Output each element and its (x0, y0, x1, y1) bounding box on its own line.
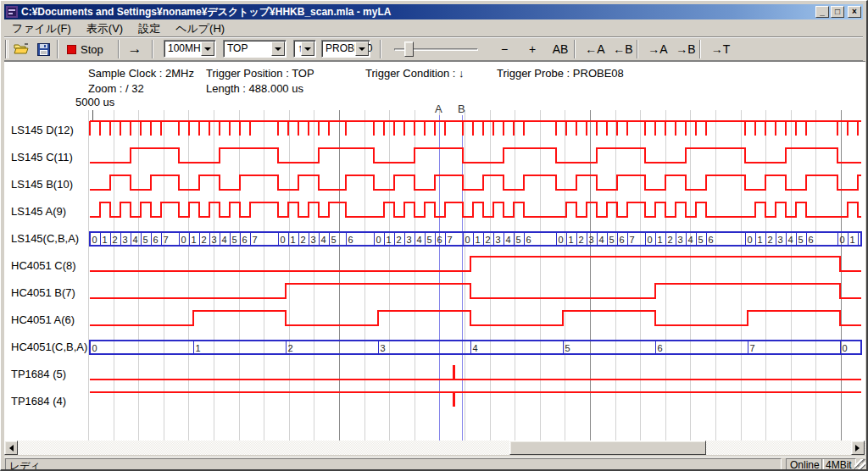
svg-text:3: 3 (496, 235, 501, 245)
trigger-position-combo[interactable]: TOP (223, 40, 287, 58)
signal-label-8[interactable]: HC4051(C,B,A) (11, 341, 92, 353)
svg-text:7: 7 (630, 235, 635, 245)
menu-item-0[interactable]: ファイル(F) (4, 19, 79, 38)
svg-text:0: 0 (465, 235, 470, 245)
app-icon (6, 6, 18, 18)
scroll-right-button[interactable] (851, 441, 865, 455)
svg-text:3: 3 (381, 343, 386, 353)
horizontal-scrollbar[interactable] (4, 441, 865, 455)
signal-label-7[interactable]: HC4051 A(6) (11, 313, 92, 326)
scrollbar-thumb[interactable] (509, 441, 706, 455)
waveform-client-area: Sample Clock : 2MHz Zoom : / 32 Trigger … (4, 61, 865, 441)
chevron-down-icon[interactable] (355, 42, 369, 56)
svg-text:0: 0 (648, 235, 653, 245)
toolbar-separator (57, 40, 58, 58)
svg-text:4: 4 (599, 235, 604, 245)
svg-text:5: 5 (427, 235, 432, 245)
svg-text:5: 5 (143, 235, 148, 245)
svg-text:2: 2 (202, 235, 207, 245)
trigger-probe-combo[interactable]: PROBE00 (321, 40, 370, 58)
signal-label-0[interactable]: LS145 D(12) (11, 124, 92, 136)
right-arrow-icon: → (128, 41, 142, 58)
svg-text:6: 6 (809, 235, 814, 245)
menu-item-2[interactable]: 設定 (131, 19, 168, 38)
zoom-slider[interactable] (387, 40, 482, 58)
scroll-left-button[interactable] (4, 441, 18, 455)
tool-button-leftB[interactable]: ←B (610, 40, 636, 58)
svg-text:2: 2 (288, 343, 293, 353)
svg-text:1: 1 (658, 235, 663, 245)
signal-label-5[interactable]: HC4051 C(8) (11, 259, 92, 272)
maximize-button[interactable]: □ (831, 6, 844, 18)
status-ready: レディ (5, 458, 782, 471)
toolbar-grip[interactable] (6, 40, 10, 58)
tool-button-−[interactable]: − (492, 40, 517, 58)
signal-label-9[interactable]: TP1684 (5) (11, 368, 92, 380)
title-bar[interactable]: C:¥Documents and Settings¥noname¥デスクトップ¥… (4, 4, 863, 19)
slider-thumb[interactable] (404, 42, 414, 57)
marker-letter-A: A (435, 103, 442, 115)
resize-grip[interactable] (854, 459, 865, 470)
tool-button-rightA[interactable]: →A (645, 40, 670, 58)
signal-label-4[interactable]: LS145(C,B,A) (11, 232, 92, 245)
svg-text:2: 2 (301, 235, 306, 245)
signal-label-2[interactable]: LS145 B(10) (11, 178, 92, 191)
tool-button-leftA[interactable]: ←A (582, 40, 608, 58)
stop-button[interactable]: Stop (64, 40, 107, 58)
minimize-button[interactable]: _ (815, 6, 829, 18)
status-online: Online (786, 458, 824, 471)
chevron-down-icon[interactable] (201, 42, 214, 56)
sample-clock-combo[interactable]: 100MHz (164, 40, 216, 58)
svg-text:0: 0 (843, 343, 848, 353)
svg-text:6: 6 (526, 235, 531, 245)
signal-label-6[interactable]: HC4051 B(7) (11, 286, 92, 299)
tool-button-+[interactable]: + (520, 40, 545, 58)
svg-text:4: 4 (788, 235, 793, 245)
toolbar-separator (380, 40, 381, 58)
tool-button-rightB[interactable]: →B (673, 40, 698, 58)
chevron-down-icon[interactable] (301, 42, 314, 56)
svg-text:2: 2 (113, 235, 118, 245)
waveform-plot[interactable]: 0123456701234567012345601234567012345601… (4, 62, 865, 441)
svg-text:6: 6 (242, 235, 248, 245)
tool-button-rightT[interactable]: →T (708, 40, 733, 58)
svg-text:0: 0 (92, 235, 97, 245)
toolbar-separator (118, 40, 120, 58)
svg-text:0: 0 (376, 235, 381, 245)
trigger-edge-combo[interactable]: ↑ (293, 40, 316, 58)
svg-text:1: 1 (196, 343, 201, 353)
svg-text:3: 3 (678, 235, 683, 245)
svg-text:2: 2 (668, 235, 673, 245)
svg-text:4: 4 (506, 235, 511, 245)
open-file-button[interactable] (12, 40, 31, 58)
signal-label-3[interactable]: LS145 A(9) (11, 205, 92, 218)
svg-text:3: 3 (212, 235, 217, 245)
svg-text:1: 1 (291, 235, 296, 245)
tool-button-AB[interactable]: AB (548, 40, 573, 58)
run-button[interactable]: → (123, 40, 147, 58)
menu-item-1[interactable]: 表示(V) (79, 19, 131, 38)
svg-text:2: 2 (397, 235, 402, 245)
toolbar-separator (152, 40, 153, 58)
signal-label-1[interactable]: LS145 C(11) (11, 151, 92, 163)
svg-text:4: 4 (417, 235, 422, 245)
svg-text:1: 1 (569, 235, 574, 245)
chevron-down-icon[interactable] (271, 42, 285, 56)
trigger-position-value: TOP (227, 42, 248, 54)
svg-text:7: 7 (448, 235, 453, 245)
svg-text:5: 5 (609, 235, 615, 245)
menu-item-3[interactable]: ヘルプ(H) (168, 19, 232, 38)
svg-text:0: 0 (559, 235, 564, 245)
svg-text:5: 5 (798, 235, 804, 245)
status-bar: レディ Online 4MBit (4, 457, 865, 470)
svg-text:4: 4 (473, 343, 478, 353)
svg-text:3: 3 (589, 235, 594, 245)
svg-text:4: 4 (321, 235, 326, 245)
svg-text:1: 1 (758, 235, 763, 245)
svg-text:3: 3 (778, 235, 783, 245)
svg-text:0: 0 (281, 235, 286, 245)
close-button[interactable]: × (848, 6, 861, 18)
svg-text:2: 2 (579, 235, 584, 245)
save-button[interactable] (34, 40, 53, 58)
signal-label-10[interactable]: TP1684 (4) (11, 395, 92, 407)
